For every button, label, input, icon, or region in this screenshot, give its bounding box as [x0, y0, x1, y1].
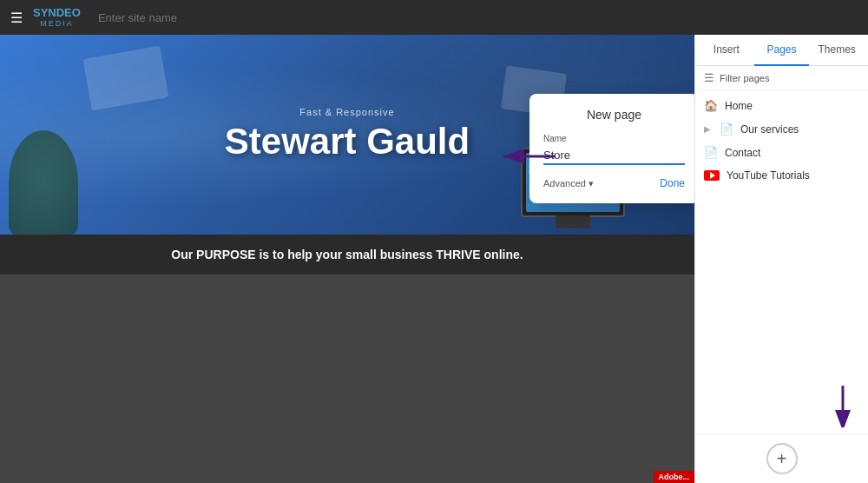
page-label-youtube: YouTube Tutorials: [727, 169, 810, 182]
canvas: Fast & Responsive Stewart Gauld Our PURP…: [0, 35, 694, 483]
arrow-svg: [495, 139, 564, 174]
advanced-button[interactable]: Advanced ▾: [543, 178, 594, 189]
arrow-annotation: [495, 139, 564, 177]
logo-media: MEDIA: [40, 19, 74, 28]
dark-banner: Our PURPOSE is to help your small busine…: [0, 235, 694, 275]
page-label-home: Home: [725, 100, 753, 112]
tab-insert[interactable]: Insert: [699, 35, 754, 66]
page-icon-contact: 📄: [704, 146, 718, 159]
advanced-label: Advanced: [543, 178, 586, 189]
filter-pages-section: ☰ Filter pages: [695, 66, 868, 90]
page-item-our-services[interactable]: ▶ 📄 Our services: [695, 117, 868, 141]
menu-icon[interactable]: ☰: [10, 10, 23, 26]
main-layout: Fast & Responsive Stewart Gauld Our PURP…: [0, 35, 868, 483]
page-label-our-services: Our services: [740, 123, 799, 136]
filter-pages-label[interactable]: Filter pages: [720, 73, 769, 83]
tab-pages[interactable]: Pages: [754, 35, 810, 66]
chevron-down-icon: ▾: [589, 178, 594, 189]
filter-pages-inner: ☰ Filter pages: [704, 71, 859, 84]
down-arrow-indicator: [830, 384, 856, 431]
page-item-youtube-tutorials[interactable]: YouTube Tutorials: [695, 164, 868, 187]
page-item-contact[interactable]: 📄 Contact: [695, 141, 868, 164]
done-button[interactable]: Done: [660, 177, 685, 189]
adobe-bar: Adobe...: [654, 471, 695, 483]
popup-title: New page: [543, 108, 685, 122]
plus-icon: +: [777, 449, 787, 469]
youtube-icon: [704, 170, 720, 181]
hero-text: Fast & Responsive Stewart Gauld: [225, 107, 470, 162]
sidebar-tabs: Insert Pages Themes: [695, 35, 868, 66]
page-item-home[interactable]: 🏠 Home: [695, 94, 868, 117]
tab-themes[interactable]: Themes: [809, 35, 865, 66]
add-page-area: +: [695, 433, 868, 483]
dark-banner-text: Our PURPOSE is to help your small busine…: [171, 248, 523, 261]
popup-name-label: Name: [543, 134, 685, 143]
logo: SYNDEO MEDIA: [33, 7, 81, 28]
yt-play-triangle: [710, 172, 715, 179]
down-arrow-svg: [830, 384, 856, 427]
site-name-input[interactable]: [98, 11, 244, 24]
hero-name: Stewart Gauld: [225, 121, 470, 162]
popup-actions: Advanced ▾ Done: [543, 177, 685, 189]
hero-plant: [9, 130, 78, 235]
popup-name-input-wrapper: [543, 147, 685, 165]
right-sidebar: Insert Pages Themes ☰ Filter pages 🏠 Hom…: [694, 35, 868, 483]
pages-list: 🏠 Home ▶ 📄 Our services 📄 Contact YouTub…: [695, 90, 868, 433]
page-label-contact: Contact: [725, 147, 760, 159]
filter-icon: ☰: [704, 71, 714, 84]
top-bar: ☰ SYNDEO MEDIA: [0, 0, 868, 35]
hero-tagline: Fast & Responsive: [225, 107, 470, 117]
home-icon: 🏠: [704, 99, 718, 112]
add-page-button[interactable]: +: [766, 443, 798, 474]
page-name-input[interactable]: [543, 147, 685, 163]
expand-icon: ▶: [704, 124, 711, 134]
page-icon-services: 📄: [720, 122, 733, 136]
logo-syndeo: SYNDEO: [33, 7, 81, 19]
